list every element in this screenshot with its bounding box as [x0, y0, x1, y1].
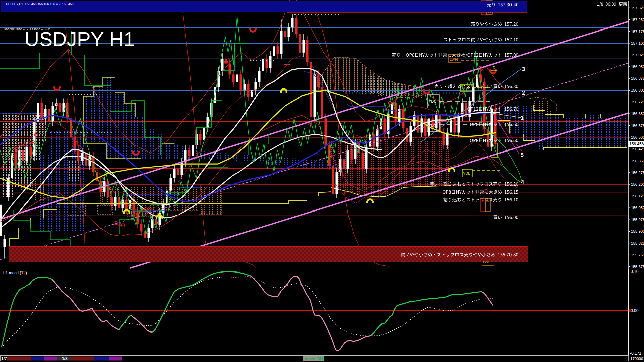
svg-text:H1 macd (12): H1 macd (12): [3, 270, 27, 275]
svg-text:170000: 170000: [630, 357, 643, 361]
svg-text:157.325: 157.325: [631, 6, 644, 10]
svg-text:156.200: 156.200: [631, 182, 644, 186]
svg-text:D: D: [493, 66, 495, 70]
svg-text:macd ON: macd ON: [305, 356, 323, 361]
svg-text:156.950: 156.950: [631, 65, 644, 69]
svg-text:YDC: YDC: [429, 99, 436, 103]
svg-text:USDJPY H1: USDJPY H1: [24, 28, 135, 50]
svg-text:156.425: 156.425: [631, 147, 644, 151]
svg-text:155.900: 155.900: [631, 229, 644, 233]
svg-text:0.00: 0.00: [631, 308, 639, 313]
svg-text:D: D: [493, 144, 495, 148]
svg-text:156.875: 156.875: [631, 76, 644, 80]
svg-text:156.575: 156.575: [631, 124, 644, 128]
svg-text:157.175: 157.175: [631, 29, 644, 34]
svg-text:LWL: LWL: [483, 260, 490, 264]
svg-text:155.750: 155.750: [631, 253, 644, 257]
svg-text:YDO: YDO: [429, 123, 437, 127]
svg-text:USDJPY,H1 156.456 156.456 156: USDJPY,H1 156.456 156.456 156.456 156.45…: [6, 2, 74, 6]
svg-text:1: 1: [521, 115, 524, 121]
svg-text:3: 3: [522, 66, 525, 72]
svg-text:YDH: YDH: [461, 86, 469, 90]
svg-text:157.100: 157.100: [631, 41, 644, 45]
svg-text:YDL: YDL: [463, 171, 470, 175]
svg-text:156.050: 156.050: [631, 206, 644, 210]
svg-text:2: 2: [522, 90, 525, 96]
svg-text:W: W: [486, 199, 490, 203]
svg-text:0.16: 0.16: [631, 269, 639, 274]
svg-text:157.025: 157.025: [631, 53, 644, 57]
svg-text:157.250: 157.250: [631, 18, 644, 22]
svg-text:1/7: 1/7: [1, 356, 7, 361]
svg-text:156.350: 156.350: [631, 159, 644, 163]
svg-text:156.125: 156.125: [631, 194, 644, 198]
svg-text:5: 5: [521, 152, 524, 158]
svg-text:155.975: 155.975: [631, 218, 644, 222]
svg-text:155.675: 155.675: [631, 265, 644, 269]
svg-text:LWH: LWH: [450, 57, 458, 61]
svg-text:156.275: 156.275: [631, 171, 644, 175]
svg-text:155.825: 155.825: [631, 241, 644, 245]
svg-text:156.800: 156.800: [631, 88, 644, 92]
svg-text:M: M: [481, 199, 484, 203]
svg-text:156.650: 156.650: [631, 112, 644, 116]
svg-text:1/8: 1/8: [62, 356, 68, 361]
svg-text:4: 4: [521, 179, 524, 185]
svg-text:156.456: 156.456: [629, 142, 644, 146]
svg-text:156.500: 156.500: [631, 135, 644, 139]
svg-text:156.725: 156.725: [631, 100, 644, 104]
svg-text:-0.171: -0.171: [630, 351, 641, 356]
